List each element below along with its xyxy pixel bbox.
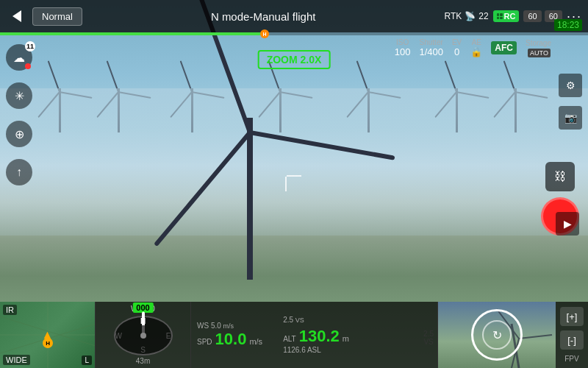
- rc-badge: RC: [493, 10, 520, 22]
- shutter-label: Shutter: [420, 38, 443, 46]
- compass-south: S: [140, 346, 146, 354]
- gimbal-control[interactable]: ↻: [471, 309, 523, 361]
- back-arrow-icon: [12, 10, 21, 22]
- storage-param: Storage AUTO: [526, 39, 551, 57]
- topbar: Normal N mode-Manual flight RTK 📡 22 RC …: [0, 0, 588, 32]
- map-panel[interactable]: IR WIDE H ▲ L: [0, 302, 96, 368]
- afc-param[interactable]: AFC: [491, 41, 517, 54]
- crosshair-icon: ⊕: [15, 127, 24, 141]
- gimbal-inner-ring: ↻: [482, 320, 512, 350]
- progress-bar: H 18:23: [0, 32, 588, 35]
- back-button[interactable]: [6, 5, 28, 27]
- spd-label: SPD: [197, 338, 212, 346]
- compass-distance: 43m: [136, 357, 150, 365]
- cloud-badge: 11: [25, 41, 35, 52]
- zoom-badge: ZOOM 2.0X: [258, 50, 331, 69]
- vs-indicator-unit: VS: [295, 316, 304, 324]
- ws-unit: m/s: [223, 322, 234, 330]
- sliders-icon: ⚙: [566, 79, 576, 91]
- shutter-param: Shutter 1/400: [419, 38, 443, 57]
- camera-mode-icon: 📷: [564, 112, 577, 124]
- flight-mode-title: N mode-Manual flight: [87, 10, 440, 23]
- right-sidebar: ⚙ 📷: [559, 74, 582, 130]
- auto-badge: AUTO: [528, 49, 551, 57]
- ev-value: 0: [454, 46, 459, 57]
- zoom-out-button[interactable]: [-]: [560, 330, 584, 350]
- rc-label: RC: [504, 12, 516, 21]
- north-arrow-icon: ↑: [16, 166, 22, 179]
- target-button[interactable]: ⊕: [6, 121, 32, 147]
- crosshair: [285, 175, 303, 193]
- battery-1: 60: [523, 10, 541, 22]
- drone-marker: ▲: [42, 328, 54, 342]
- camera-settings: ISO 100 Shutter 1/400 EV 0 AE 🔒 AFC Stor…: [395, 38, 551, 57]
- ev-label: EV: [452, 38, 462, 46]
- speed-section: WS 5.0 m/s SPD 10.0 m/s 2.5 VS A: [191, 302, 438, 368]
- left-sidebar: ☁ 11 ✳ ⊕ ↑: [6, 44, 32, 185]
- link-button[interactable]: ⛓: [545, 162, 575, 191]
- asl-value: 1126.6 ASL: [283, 346, 349, 354]
- iso-label: ISO: [396, 38, 409, 46]
- mode-badge[interactable]: Normal: [32, 7, 82, 26]
- alt-unit: m: [343, 334, 349, 343]
- alt-value: 130.2: [299, 327, 340, 346]
- rc-dots-icon: [497, 13, 503, 19]
- rtk-indicator: RTK 📡 22: [444, 11, 488, 21]
- cloud-icon: ☁: [13, 51, 25, 65]
- spd-value: 10.0: [215, 330, 247, 349]
- svg-line-6: [519, 335, 552, 339]
- storage-value: AUTO: [526, 47, 551, 57]
- camera-mode-button[interactable]: 📷: [559, 106, 582, 130]
- iso-value: 100: [395, 46, 411, 57]
- settings-icon-button[interactable]: ⚙: [559, 74, 582, 97]
- iso-param: ISO 100: [395, 38, 411, 57]
- compass: 000 N S E W: [114, 316, 173, 355]
- bottom-bar: IR WIDE H ▲ L WS 5.0 000 N S E W 43m: [0, 302, 588, 368]
- spd-unit: m/s: [249, 337, 262, 346]
- gimbal-arrow-icon: ↻: [492, 328, 502, 342]
- recording-dot-icon: [25, 63, 31, 69]
- ae-label: AE: [472, 38, 481, 46]
- afc-label: AFC: [495, 43, 513, 53]
- ae-param: AE 🔒: [470, 38, 482, 57]
- rtk-label: RTK: [444, 11, 462, 21]
- plus-icon: [+]: [567, 311, 578, 322]
- wifi-icon: 📡: [465, 11, 476, 21]
- play-button[interactable]: ▶: [556, 212, 579, 236]
- wide-label: WIDE: [3, 355, 30, 365]
- compass-west: W: [115, 332, 122, 340]
- right-controls: [+] [-] FPV: [556, 302, 588, 368]
- gimbal-preview-panel: ↻: [438, 302, 556, 368]
- cloud-upload-button[interactable]: ☁ 11: [6, 44, 32, 71]
- minus-icon: [-]: [567, 335, 576, 346]
- ir-label: IR: [3, 305, 17, 315]
- vs-indicator-label: 2.5: [283, 316, 293, 324]
- compass-center: [140, 333, 146, 339]
- progress-fill: [0, 32, 265, 35]
- asterisk-icon: ✳: [15, 89, 24, 103]
- home-marker: H: [260, 29, 269, 38]
- app: Normal N mode-Manual flight RTK 📡 22 RC …: [0, 0, 588, 368]
- link-icon: ⛓: [554, 170, 566, 183]
- fpv-label: FPV: [564, 355, 578, 363]
- ws-speed-label: WS 5.0: [197, 322, 221, 330]
- signal-count: 22: [478, 11, 488, 21]
- north-button[interactable]: ↑: [6, 159, 32, 185]
- compass-east: E: [166, 332, 171, 340]
- crosshair-vertical: [285, 177, 287, 191]
- compass-area: WS 5.0 000 N S E W 43m: [96, 302, 191, 368]
- alt-label: ALT: [283, 335, 296, 343]
- crosshair-horizontal: [287, 175, 301, 177]
- ae-lock-icon: 🔒: [470, 46, 482, 57]
- waypoint-button[interactable]: ✳: [6, 82, 32, 109]
- mist-overlay: [0, 88, 588, 236]
- zoom-in-button[interactable]: [+]: [560, 307, 584, 326]
- battery-1-value: 60: [528, 12, 537, 21]
- play-icon: ▶: [564, 218, 572, 230]
- timestamp: 18:23: [554, 19, 582, 31]
- shutter-value: 1/400: [419, 46, 443, 57]
- l-badge: L: [82, 355, 92, 365]
- storage-label: Storage: [526, 39, 551, 47]
- ev-param: EV 0: [452, 38, 462, 57]
